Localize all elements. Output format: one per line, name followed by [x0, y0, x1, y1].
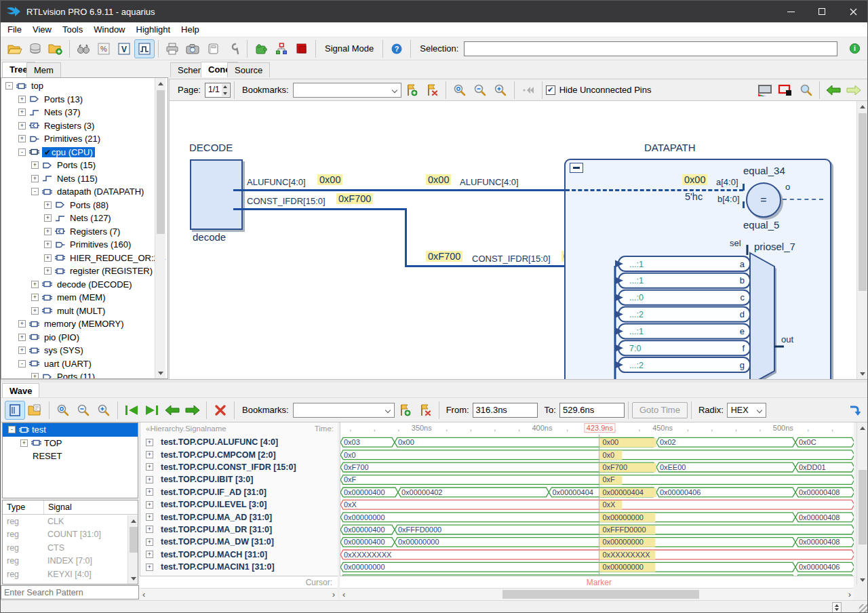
tree-item[interactable]: +register (REGISTER) — [1, 264, 155, 278]
marker-line[interactable] — [599, 435, 599, 578]
schematic-scrollbar[interactable] — [856, 101, 867, 379]
expand-icon[interactable]: + — [146, 551, 153, 558]
row-spinner[interactable] — [832, 602, 842, 613]
expand-icon[interactable]: + — [18, 347, 26, 354]
info-button[interactable]: i — [844, 39, 865, 58]
expand-icon[interactable]: + — [146, 563, 153, 571]
signal-search-input[interactable] — [1, 585, 139, 599]
dock-button[interactable] — [844, 401, 865, 420]
goto-start-button[interactable] — [121, 401, 142, 420]
wave-signal-row[interactable]: +test.TOP.CPU.IBIT [3:0] — [140, 473, 253, 486]
names-hscrollbar[interactable]: ‹› — [140, 588, 338, 600]
zoom-out-button[interactable] — [470, 81, 490, 100]
expand-icon[interactable]: + — [31, 281, 39, 288]
tab-mem[interactable]: Mem — [26, 62, 61, 77]
next-edge-button[interactable] — [182, 401, 203, 420]
wave-canvas[interactable]: ,,,,,,,,,,,,,,,,,350ns400ns450ns500ns423… — [340, 422, 854, 576]
tree-item[interactable]: +Ports (15) — [1, 159, 155, 172]
wave-signal-row[interactable]: +test.TOP.CPU.IF_AD [31:0] — [140, 486, 267, 498]
settings-button[interactable] — [223, 39, 243, 58]
wave-delete-bookmark-button[interactable] — [415, 401, 435, 420]
tree-scrollbar[interactable] — [155, 78, 165, 378]
schematic-canvas[interactable]: DECODE decode ALUFUNC[4:0] 0x00 CONST_IF… — [169, 101, 856, 379]
expand-icon[interactable]: + — [44, 228, 52, 235]
tree-item[interactable]: -top — [1, 79, 155, 93]
wave-signal-row[interactable]: +test.TOP.CPU.MACH [31:0] — [140, 549, 267, 561]
selection-input[interactable] — [464, 41, 837, 56]
signal-table-scrollbar[interactable] — [127, 515, 138, 584]
menu-tools[interactable]: Tools — [57, 23, 88, 36]
const-wire-v[interactable] — [405, 208, 407, 267]
wave-signal-row[interactable]: +test.TOP.CPU.MA_DR [31:0] — [140, 523, 272, 536]
wave-open-button[interactable] — [25, 401, 45, 420]
tree-item[interactable]: +Nets (37) — [1, 106, 155, 119]
wave-hscrollbar[interactable]: ‹ › — [340, 588, 854, 600]
expand-icon[interactable]: + — [18, 334, 26, 341]
wave-signal-row[interactable]: +test.TOP.CPU.MA_DW [31:0] — [140, 536, 274, 548]
wave-zoom-fit-button[interactable] — [53, 401, 73, 420]
expand-icon[interactable]: + — [18, 96, 26, 103]
expand-icon[interactable]: + — [146, 488, 153, 496]
prev-edge-button[interactable] — [162, 401, 182, 420]
expand-icon[interactable]: + — [44, 201, 52, 209]
tree-item[interactable]: +mem (MEM) — [1, 291, 155, 304]
wave-row[interactable]: 0x000000000x000004060x00000000 — [340, 562, 854, 572]
wave-row[interactable]: 0x000004000x000004020x000004040x00000406… — [340, 488, 854, 497]
scope-tree-item[interactable]: +TOP — [3, 437, 138, 450]
collapse-icon[interactable]: - — [18, 149, 26, 156]
open-button[interactable] — [5, 39, 25, 58]
wave-row[interactable]: 0x030x000x020x0C0x00 — [340, 437, 854, 447]
collapse-icon[interactable]: - — [8, 426, 16, 433]
alufunc-dashed-wire[interactable] — [566, 189, 743, 191]
menu-highlight[interactable]: Highlight — [131, 23, 176, 36]
zoom-fit-button[interactable] — [450, 81, 470, 100]
tree-item[interactable]: -✔cpu (CPU) — [1, 146, 155, 159]
wave-zoom-out-button[interactable] — [73, 401, 94, 420]
signal-table-row[interactable]: regINDEX [7:0] — [3, 555, 138, 568]
collapse-icon[interactable]: - — [5, 82, 13, 90]
zoom-region-button[interactable] — [775, 81, 795, 100]
collapse-icon[interactable]: - — [18, 360, 26, 368]
resize-grip[interactable] — [859, 604, 867, 612]
tree-item[interactable]: +Primitives (21) — [1, 132, 155, 146]
expand-icon[interactable]: + — [31, 175, 39, 182]
tree-item[interactable]: +mult (MULT) — [1, 304, 155, 318]
tree-item[interactable]: +pio (PIO) — [1, 331, 155, 344]
add-bookmark-button[interactable] — [401, 81, 422, 100]
collapse-icon[interactable]: - — [31, 188, 39, 195]
expand-icon[interactable]: + — [31, 161, 39, 169]
magnify-button[interactable] — [795, 81, 816, 100]
wave-signal-row[interactable]: +test.TOP.CPU.CONST_IFDR [15:0] — [140, 461, 296, 473]
search-button[interactable] — [73, 39, 94, 58]
bookmarks-combo[interactable] — [293, 83, 401, 98]
alufunc-wire[interactable] — [233, 189, 564, 191]
expand-icon[interactable]: + — [18, 108, 26, 116]
menu-view[interactable]: View — [27, 23, 57, 36]
expand-icon[interactable]: + — [18, 122, 26, 130]
tab-source[interactable]: Source — [227, 62, 270, 77]
snapshot-button[interactable] — [182, 39, 203, 58]
tree-item[interactable]: +Registers (3) — [1, 119, 155, 133]
from-input[interactable] — [473, 403, 538, 418]
expand-icon[interactable]: + — [146, 451, 153, 458]
wave-row[interactable]: 0xF0xF — [340, 475, 854, 485]
percent-button[interactable]: % — [94, 39, 114, 58]
expand-icon[interactable]: + — [18, 320, 26, 328]
tree-item[interactable]: +HIER_REDUCE_OR:2:4 ( — [1, 252, 155, 265]
tree-item[interactable]: +decode (DECODE) — [1, 278, 155, 292]
tree-item[interactable]: +Ports (13) — [1, 93, 155, 106]
print-button[interactable] — [162, 39, 182, 58]
menu-file[interactable]: File — [2, 23, 27, 36]
tree-item[interactable]: +Nets (115) — [1, 172, 155, 186]
equal-gate[interactable]: = — [746, 182, 781, 218]
prev-page-button[interactable] — [823, 81, 844, 100]
tree-item[interactable]: +memory (MEMORY) — [1, 317, 155, 331]
next-page-button[interactable] — [844, 81, 864, 100]
signal-mode-label[interactable]: Signal Mode — [325, 43, 374, 54]
goto-time-button[interactable]: Goto Time — [632, 402, 688, 418]
to-input[interactable] — [559, 403, 625, 418]
expand-icon[interactable]: + — [31, 373, 39, 379]
wave-scrollbar[interactable] — [856, 422, 867, 585]
hide-unconnected-pins-checkbox[interactable]: ✔ — [546, 85, 555, 95]
expand-icon[interactable]: + — [146, 501, 153, 509]
